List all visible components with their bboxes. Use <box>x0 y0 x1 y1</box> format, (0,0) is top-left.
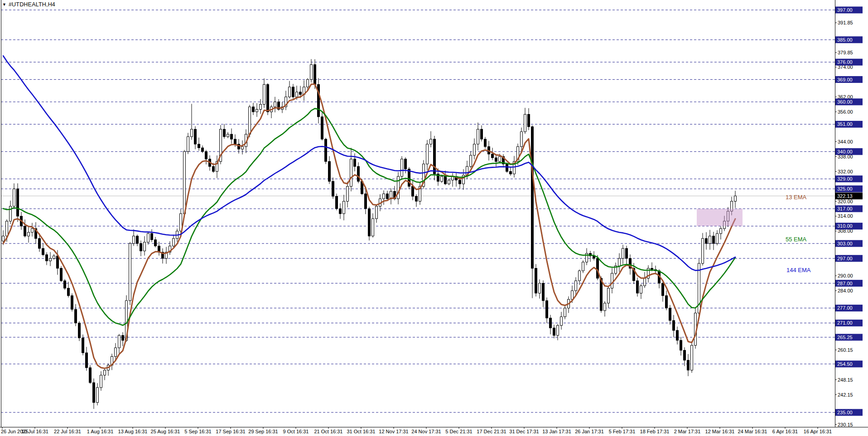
level-price-label: 277.00 <box>837 305 853 311</box>
level-price-label: 385.00 <box>837 37 853 43</box>
highlight-zone[interactable] <box>697 209 743 226</box>
candle <box>430 139 432 144</box>
candle <box>470 155 472 167</box>
candle <box>506 164 508 172</box>
candle <box>365 194 367 209</box>
candle <box>133 236 135 244</box>
candle <box>252 107 255 112</box>
candle <box>539 283 541 293</box>
candle <box>60 268 63 281</box>
symbol-period-label: #UTDHEALTH,H4 <box>9 1 55 8</box>
candle <box>13 189 15 206</box>
candle <box>542 283 545 301</box>
candle <box>676 331 679 340</box>
price-tick-label: 344.00 <box>838 139 853 144</box>
candle <box>459 180 461 184</box>
candle <box>328 162 331 182</box>
price-tick-label: 356.00 <box>838 109 853 115</box>
candle <box>600 278 603 311</box>
candle <box>42 249 44 255</box>
candle <box>31 229 34 232</box>
time-label: 13 Aug 16:31 <box>118 429 148 434</box>
time-label: 29 Sep 16:31 <box>248 429 278 434</box>
candle <box>716 234 719 244</box>
price-tick-label: 242.15 <box>838 392 853 398</box>
candle <box>571 291 574 299</box>
candle <box>368 209 371 236</box>
candle <box>626 249 628 259</box>
level-price-label: 397.00 <box>837 7 853 13</box>
candle <box>680 340 682 350</box>
candle <box>71 296 73 309</box>
candle <box>173 239 175 246</box>
price-tick-label: 314.00 <box>838 213 853 219</box>
candle <box>611 273 613 288</box>
chart-window: 13 EMA55 EMA144 EMA391.85379.85374.00362… <box>0 0 868 436</box>
candle <box>299 92 302 95</box>
level-price-label: 310.00 <box>837 223 853 229</box>
candle <box>720 229 722 234</box>
candle <box>6 221 8 236</box>
candle <box>604 303 606 311</box>
price-chart-canvas[interactable]: 13 EMA55 EMA144 EMA391.85379.85374.00362… <box>0 0 868 436</box>
candle <box>713 236 715 244</box>
candle <box>154 240 157 246</box>
candle <box>347 187 349 201</box>
time-label: 17 Dec 21:31 <box>477 429 506 434</box>
candle <box>292 87 294 97</box>
price-tick-label: 332.00 <box>838 169 853 174</box>
candle <box>86 353 88 368</box>
current-price-label: 322.13 <box>837 193 853 199</box>
candle <box>231 134 233 139</box>
candle <box>495 158 497 162</box>
candle <box>684 350 686 360</box>
candle <box>24 226 26 236</box>
time-label: 9 Oct 16:31 <box>283 429 309 434</box>
candle <box>274 102 276 107</box>
candle <box>546 301 548 318</box>
candle <box>415 196 418 201</box>
candle <box>524 115 526 132</box>
ema-144-label: 144 EMA <box>786 267 811 273</box>
candle <box>401 159 403 176</box>
time-label: 24 Nov 17:31 <box>411 429 441 434</box>
time-axis[interactable]: 26 Jun 202510 Jul 16:3122 Jul 16:311 Aug… <box>0 427 868 434</box>
candle <box>256 110 258 112</box>
candle <box>709 236 711 244</box>
candle <box>223 129 226 137</box>
price-tick-label: 379.85 <box>838 50 853 55</box>
candle <box>183 152 186 214</box>
price-axis[interactable]: 391.85379.85374.00362.00356.00344.00338.… <box>835 0 863 427</box>
candle <box>307 80 309 87</box>
candle <box>376 206 378 219</box>
candle <box>96 388 99 402</box>
candle <box>68 288 70 296</box>
time-label: 25 Aug 16:31 <box>151 429 180 434</box>
candle <box>705 239 708 244</box>
time-label: 1 Aug 16:31 <box>87 429 114 434</box>
level-price-label: 360.00 <box>837 99 853 105</box>
candle <box>510 172 512 174</box>
candle <box>350 159 352 186</box>
level-price-label: 340.00 <box>837 149 853 154</box>
candle <box>528 115 530 127</box>
time-label: 22 Jul 16:31 <box>54 429 81 434</box>
price-tick-label: 230.15 <box>838 422 853 427</box>
time-label: 21 Oct 16:31 <box>314 429 343 434</box>
candle <box>296 92 298 97</box>
candle <box>118 335 121 348</box>
candle <box>553 328 555 335</box>
symbol-dropdown-icon[interactable]: ▼ <box>2 2 6 7</box>
candle <box>263 85 265 105</box>
candle <box>122 335 124 340</box>
candle <box>386 194 389 199</box>
candle <box>104 370 106 375</box>
candle <box>640 286 642 293</box>
candle <box>151 234 153 240</box>
level-price-label: 254.50 <box>837 361 853 367</box>
time-label: 5 Dec 21:31 <box>445 429 472 434</box>
candle <box>198 144 200 148</box>
candle <box>560 317 563 326</box>
level-price-label: 369.00 <box>837 77 853 82</box>
candle <box>564 308 566 316</box>
